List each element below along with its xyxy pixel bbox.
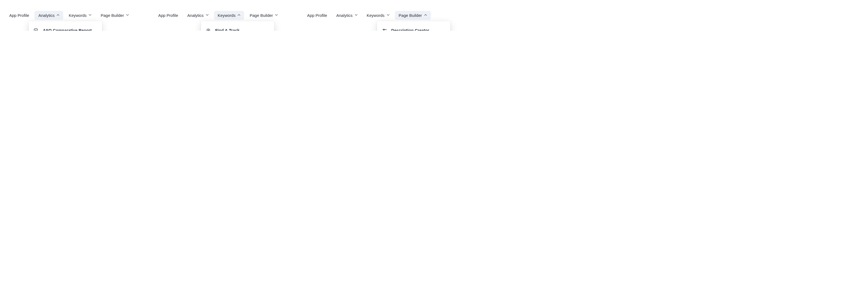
tab-label: App Profile bbox=[307, 13, 327, 18]
chevron-up-icon bbox=[238, 14, 240, 17]
tab-label: App Profile bbox=[158, 13, 178, 18]
tab-app-profile[interactable]: App Profile bbox=[303, 11, 331, 20]
chevron-up-icon bbox=[57, 14, 59, 17]
nav-analytics-open: App Profile Analytics Keywords Page Buil… bbox=[5, 11, 133, 20]
tab-keywords[interactable]: Keywords bbox=[214, 11, 244, 20]
menu-item-title: ASO Comparative Report bbox=[43, 28, 92, 31]
chevron-down-icon bbox=[206, 14, 209, 17]
tab-label: Analytics bbox=[336, 13, 352, 18]
nav-keywords-open: App Profile Analytics Keywords Page Buil… bbox=[154, 11, 282, 20]
tab-label: Page Builder bbox=[399, 13, 422, 18]
menu-item-title: Find & Track bbox=[215, 28, 240, 31]
tab-page-builder[interactable]: Page Builder bbox=[395, 11, 431, 20]
dropdown-keywords: Find & TrackManage your keywordsChartsVi… bbox=[201, 21, 274, 31]
tab-page-builder[interactable]: Page Builder bbox=[246, 11, 282, 20]
nav-tabs: App Profile Analytics Keywords Page Buil… bbox=[154, 11, 282, 20]
tab-app-profile[interactable]: App Profile bbox=[154, 11, 182, 20]
dropdown-analytics: ASO Comparative ReportAll ranked keyword… bbox=[29, 21, 102, 31]
menu-item-description-creator[interactable]: Description CreatorCheck word frequency … bbox=[377, 25, 450, 31]
chevron-down-icon bbox=[355, 14, 358, 17]
tab-label: Page Builder bbox=[101, 13, 124, 18]
tab-label: Page Builder bbox=[250, 13, 273, 18]
tab-label: Analytics bbox=[38, 13, 55, 18]
menu-item-title: Description Creator bbox=[391, 28, 429, 31]
chevron-down-icon bbox=[275, 14, 278, 17]
tab-analytics[interactable]: Analytics bbox=[184, 11, 212, 20]
tab-analytics[interactable]: Analytics bbox=[333, 11, 361, 20]
menu-item-find-track[interactable]: Find & TrackManage your keywords bbox=[201, 25, 274, 31]
tab-analytics[interactable]: Analytics bbox=[34, 11, 63, 20]
chevron-down-icon bbox=[89, 14, 91, 17]
tab-label: Keywords bbox=[367, 13, 384, 18]
tab-keywords[interactable]: Keywords bbox=[65, 11, 95, 20]
chevron-up-icon bbox=[424, 14, 427, 17]
nav-tabs: App Profile Analytics Keywords Page Buil… bbox=[5, 11, 133, 20]
menu-item-aso-comparative-report[interactable]: ASO Comparative ReportAll ranked keyword… bbox=[29, 25, 102, 31]
dropdown-page-builder: Description CreatorCheck word frequency … bbox=[377, 21, 450, 31]
tab-label: Keywords bbox=[69, 13, 87, 18]
search-plus-icon bbox=[206, 28, 211, 31]
tab-app-profile[interactable]: App Profile bbox=[5, 11, 33, 20]
doc-compare-icon bbox=[34, 28, 39, 31]
tab-label: Analytics bbox=[187, 13, 204, 18]
chevron-down-icon bbox=[126, 14, 129, 17]
tab-label: App Profile bbox=[9, 13, 29, 18]
slider-icon bbox=[382, 28, 388, 31]
chevron-down-icon bbox=[387, 14, 390, 17]
nav-page-builder-open: App Profile Analytics Keywords Page Buil… bbox=[303, 11, 431, 20]
tab-keywords[interactable]: Keywords bbox=[363, 11, 393, 20]
nav-tabs: App Profile Analytics Keywords Page Buil… bbox=[303, 11, 431, 20]
tab-page-builder[interactable]: Page Builder bbox=[97, 11, 133, 20]
tab-label: Keywords bbox=[218, 13, 236, 18]
